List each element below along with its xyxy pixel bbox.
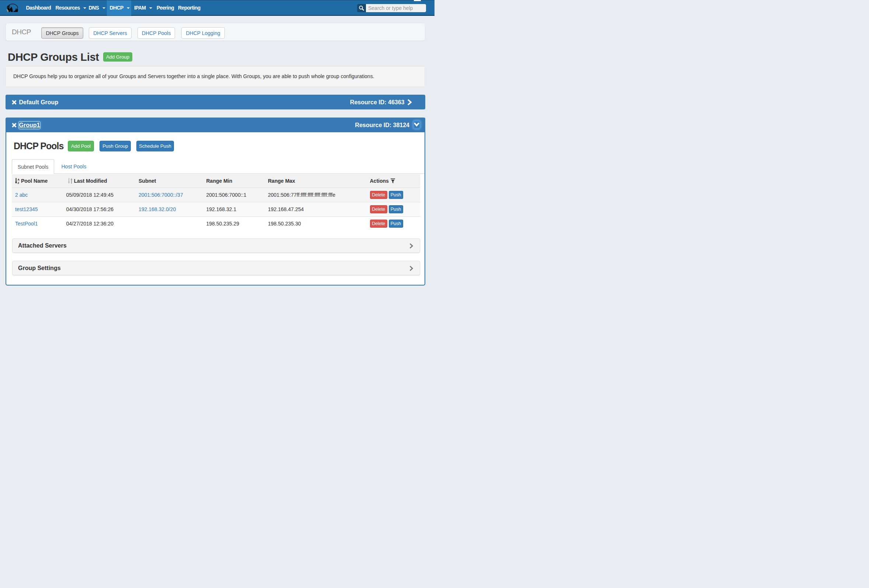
svg-text:A: A [17,178,19,181]
svg-text:Z: Z [17,181,19,184]
